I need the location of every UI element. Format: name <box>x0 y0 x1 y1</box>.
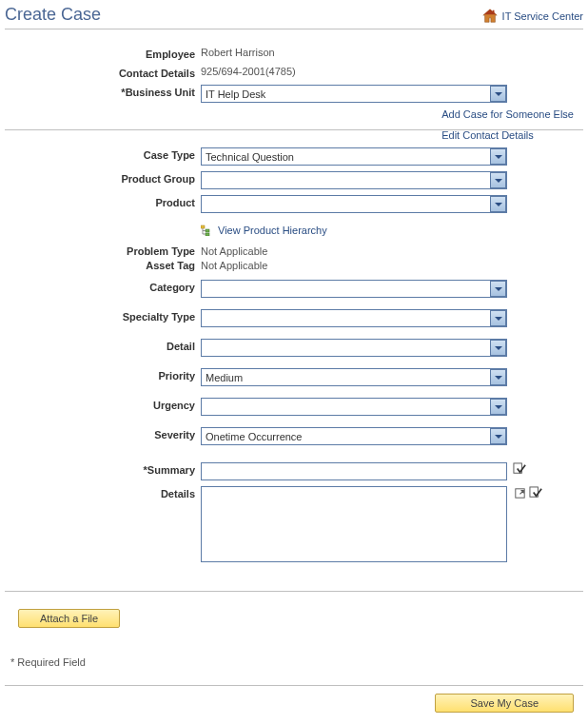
chevron-down-icon <box>495 92 502 96</box>
svg-rect-2 <box>492 10 494 14</box>
attach-file-button[interactable]: Attach a File <box>18 609 120 628</box>
problem-type-label: Problem Type <box>5 245 201 257</box>
case-type-value: Technical Question <box>202 151 490 163</box>
asset-tag-value: Not Applicable <box>201 260 583 271</box>
case-type-label: Case Type <box>5 147 201 161</box>
priority-value: Medium <box>202 372 490 383</box>
chevron-down-icon <box>495 317 502 321</box>
category-select[interactable] <box>201 280 507 298</box>
summary-input[interactable] <box>201 462 507 480</box>
details-label: Details <box>5 486 201 499</box>
add-case-for-someone-link[interactable]: Add Case for Someone Else <box>441 108 574 120</box>
product-label: Product <box>5 195 201 208</box>
summary-label: *Summary <box>5 462 201 476</box>
view-product-hierarchy-link[interactable]: View Product Hierarchy <box>201 225 327 236</box>
save-my-case-button[interactable]: Save My Case <box>435 694 574 713</box>
case-type-dropdown-button[interactable] <box>490 148 506 165</box>
chevron-down-icon <box>495 155 502 159</box>
category-dropdown-button[interactable] <box>490 281 506 297</box>
service-center-label: IT Service Center <box>502 10 583 22</box>
business-unit-value: IT Help Desk <box>202 88 490 100</box>
details-textarea[interactable] <box>201 486 507 562</box>
required-field-note: * Required Field <box>10 656 583 668</box>
chevron-down-icon <box>495 287 502 291</box>
svg-rect-5 <box>206 233 209 236</box>
business-unit-label: *Business Unit <box>5 85 201 98</box>
priority-select[interactable]: Medium <box>201 368 507 386</box>
asset-tag-label: Asset Tag <box>5 260 201 271</box>
severity-select[interactable]: Onetime Occurrence <box>201 427 507 445</box>
specialty-type-select[interactable] <box>201 309 507 327</box>
svg-rect-4 <box>206 229 209 232</box>
svg-rect-3 <box>201 225 205 228</box>
severity-label: Severity <box>5 427 201 440</box>
urgency-label: Urgency <box>5 398 201 411</box>
specialty-type-label: Specialty Type <box>5 309 201 323</box>
product-group-select[interactable] <box>201 171 507 189</box>
service-center-link[interactable]: IT Service Center <box>481 8 583 25</box>
problem-type-value: Not Applicable <box>201 245 583 257</box>
section-separator <box>5 591 583 592</box>
home-icon <box>481 8 499 25</box>
detail-select[interactable] <box>201 339 507 357</box>
footer-separator <box>5 685 583 686</box>
chevron-down-icon <box>495 435 502 439</box>
chevron-down-icon <box>495 179 502 183</box>
product-select[interactable] <box>201 195 507 213</box>
priority-label: Priority <box>5 368 201 382</box>
business-unit-dropdown-button[interactable] <box>490 86 506 102</box>
business-unit-select[interactable]: IT Help Desk <box>201 85 507 103</box>
edit-contact-details-link[interactable]: Edit Contact Details <box>441 129 574 141</box>
view-hierarchy-label: View Product Hierarchy <box>218 225 327 236</box>
chevron-down-icon <box>495 405 502 409</box>
page-title: Create Case <box>5 5 101 25</box>
spellcheck-icon[interactable] <box>529 486 543 500</box>
employee-label: Employee <box>5 47 201 60</box>
urgency-select[interactable] <box>201 398 507 416</box>
urgency-dropdown-button[interactable] <box>490 399 506 415</box>
severity-dropdown-button[interactable] <box>490 428 506 444</box>
spellcheck-icon[interactable] <box>513 462 527 477</box>
detail-dropdown-button[interactable] <box>490 340 506 356</box>
hierarchy-icon <box>201 225 214 236</box>
priority-dropdown-button[interactable] <box>490 369 506 385</box>
employee-value: Robert Harrison <box>201 47 583 58</box>
detail-label: Detail <box>5 339 201 352</box>
product-dropdown-button[interactable] <box>490 196 506 212</box>
chevron-down-icon <box>495 203 502 206</box>
specialty-type-dropdown-button[interactable] <box>490 310 506 326</box>
category-label: Category <box>5 280 201 293</box>
contact-details-value: 925/694-2001(4785) <box>201 66 583 77</box>
chevron-down-icon <box>495 346 502 350</box>
severity-value: Onetime Occurrence <box>202 431 490 442</box>
case-type-select[interactable]: Technical Question <box>201 147 507 166</box>
chevron-down-icon <box>495 376 502 380</box>
expand-icon[interactable] <box>513 486 527 500</box>
product-group-label: Product Group <box>5 171 201 185</box>
contact-details-label: Contact Details <box>5 66 201 79</box>
product-group-dropdown-button[interactable] <box>490 172 506 188</box>
